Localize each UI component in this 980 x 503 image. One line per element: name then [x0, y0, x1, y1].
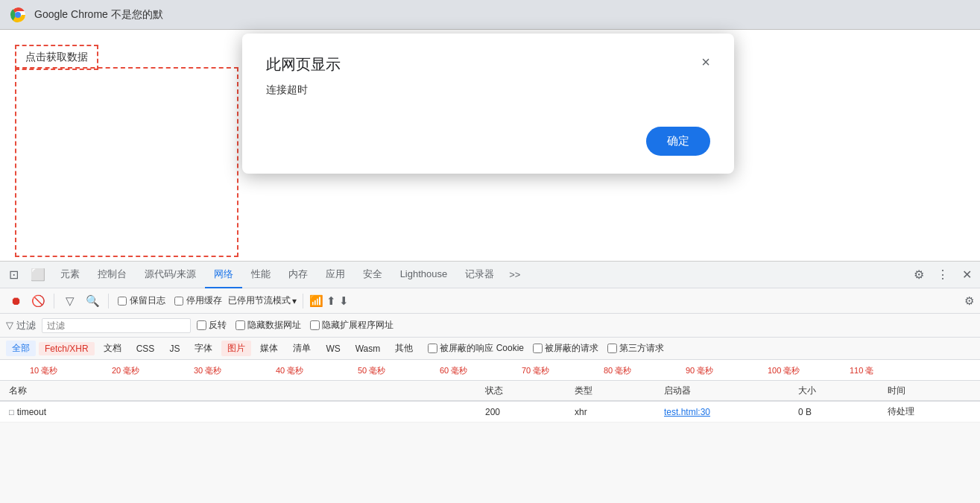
blocked-cookie-group: 被屏蔽的响应 Cookie	[428, 342, 524, 355]
blocked-cookie-checkbox[interactable]	[428, 344, 437, 353]
tab-performance[interactable]: 性能	[242, 262, 279, 288]
hide-extension-urls-label: 隐藏扩展程序网址	[322, 319, 393, 332]
disable-cache-label: 停用缓存	[186, 294, 222, 307]
page-content-area: 点击获取数据 此网页显示 × 连接超时 确定	[0, 30, 980, 261]
third-party-checkbox[interactable]	[607, 344, 617, 353]
tab-security[interactable]: 安全	[354, 262, 391, 288]
type-img-button[interactable]: 图片	[221, 341, 251, 356]
wifi-icon[interactable]: 📶	[309, 294, 323, 308]
timeline-marker-20ms: 20 毫秒	[112, 364, 139, 376]
tab-memory[interactable]: 内存	[279, 262, 317, 288]
th-time[interactable]: 时间	[885, 385, 974, 397]
clear-icon[interactable]: 🚫	[28, 291, 48, 311]
hide-data-urls-label: 隐藏数据网址	[247, 319, 301, 332]
disable-cache-checkbox[interactable]	[174, 297, 183, 306]
th-initiator[interactable]: 启动器	[661, 385, 795, 397]
filter-icon-area: ▽ 过滤	[6, 319, 36, 332]
type-wasm-button[interactable]: Wasm	[350, 342, 387, 355]
table-row[interactable]: □ timeout 200 xhr test.html:30 0 B 待处理	[0, 402, 980, 423]
row-status: 200	[482, 407, 572, 417]
dialog-title: 此网页显示	[266, 54, 341, 75]
timeline-marker-110ms: 110 毫	[850, 364, 873, 376]
tab-application[interactable]: 应用	[317, 262, 354, 288]
preserve-log-checkbox[interactable]	[118, 297, 127, 306]
filter-label: 过滤	[16, 319, 36, 332]
timeline-marker-30ms: 30 毫秒	[194, 364, 221, 376]
third-party-label: 第三方请求	[619, 342, 664, 355]
timeline-marker-50ms: 50 毫秒	[358, 364, 385, 376]
type-font-button[interactable]: 字体	[189, 341, 218, 356]
th-size[interactable]: 大小	[795, 385, 885, 397]
toolbar-divider-1	[54, 294, 54, 309]
blocked-requests-group: 被屏蔽的请求	[533, 342, 598, 355]
type-checkboxes: 被屏蔽的响应 Cookie 被屏蔽的请求 第三方请求	[428, 342, 664, 355]
row-time: 待处理	[885, 405, 974, 418]
invert-label: 反转	[209, 319, 227, 332]
network-toolbar: ⏺ 🚫 ▽ 🔍 保留日志 停用缓存 已停用节流模式 ▾ 📶 ⬆ ⬇ ⚙	[0, 288, 980, 314]
filter-input[interactable]	[42, 318, 191, 333]
row-initiator[interactable]: test.html:30	[661, 407, 795, 417]
tab-lighthouse[interactable]: Lighthouse	[391, 262, 457, 288]
type-manifest-button[interactable]: 清单	[287, 341, 317, 356]
tab-elements[interactable]: 元素	[51, 262, 89, 288]
type-all-button[interactable]: 全部	[6, 341, 36, 356]
download-icon[interactable]: ⬇	[339, 294, 349, 308]
devtools-right-icons: ⚙ ⋮ ✕	[908, 265, 977, 285]
third-party-group: 第三方请求	[607, 342, 664, 355]
devtools-more-icon[interactable]: ⋮	[932, 265, 953, 285]
timeline-marker-40ms: 40 毫秒	[276, 364, 303, 376]
browser-top-bar: Google Chrome 不是您的默	[0, 0, 980, 30]
network-settings-icon[interactable]: ⚙	[964, 294, 974, 308]
hide-data-urls-checkbox[interactable]	[235, 320, 245, 330]
type-ws-button[interactable]: WS	[320, 342, 346, 355]
blocked-requests-label: 被屏蔽的请求	[545, 342, 598, 355]
filter-icon[interactable]: ▽	[60, 291, 80, 311]
type-media-button[interactable]: 媒体	[254, 341, 284, 356]
upload-icon[interactable]: ⬆	[326, 294, 336, 308]
dialog-confirm-button[interactable]: 确定	[646, 127, 710, 156]
throttle-select[interactable]: 已停用节流模式 ▾	[228, 294, 297, 307]
alert-dialog: 此网页显示 × 连接超时 确定	[242, 34, 734, 174]
search-icon[interactable]: 🔍	[83, 291, 102, 311]
type-doc-button[interactable]: 文档	[98, 341, 127, 356]
blocked-requests-checkbox[interactable]	[533, 344, 543, 353]
throttle-chevron-icon: ▾	[292, 296, 297, 306]
devtools-tabs-bar: ⊡ ⬜ 元素 控制台 源代码/来源 网络 性能 内存 应用 安全 Lightho…	[0, 262, 980, 288]
type-js-button[interactable]: JS	[163, 342, 186, 355]
dialog-header: 此网页显示 ×	[266, 54, 710, 75]
invert-checkbox[interactable]	[197, 320, 206, 330]
tab-console[interactable]: 控制台	[89, 262, 136, 288]
preserve-log-label: 保留日志	[130, 294, 165, 307]
tab-network[interactable]: 网络	[205, 262, 242, 288]
tab-sources[interactable]: 源代码/来源	[136, 262, 205, 288]
toolbar-divider-2	[108, 294, 109, 309]
type-css-button[interactable]: CSS	[130, 342, 161, 355]
type-other-button[interactable]: 其他	[389, 341, 419, 356]
file-icon: □	[9, 408, 14, 417]
tab-recorder[interactable]: 记录器	[456, 262, 503, 288]
toolbar-divider-3	[303, 294, 303, 309]
th-name[interactable]: 名称	[6, 385, 482, 397]
dialog-message: 连接超时	[266, 83, 710, 97]
th-status[interactable]: 状态	[482, 385, 572, 397]
hide-extension-urls-group: 隐藏扩展程序网址	[310, 319, 393, 332]
filter-bar: ▽ 过滤 反转 隐藏数据网址 隐藏扩展程序网址	[0, 314, 980, 338]
browser-warning-text: Google Chrome 不是您的默	[34, 8, 163, 22]
hide-data-urls-group: 隐藏数据网址	[235, 319, 301, 332]
type-fetch-xhr-button[interactable]: Fetch/XHR	[39, 342, 95, 355]
chrome-logo-icon	[9, 6, 27, 24]
filter-checkboxes: 反转 隐藏数据网址 隐藏扩展程序网址	[197, 319, 393, 332]
hide-extension-urls-checkbox[interactable]	[310, 320, 320, 330]
record-stop-icon[interactable]: ⏺	[6, 291, 25, 311]
devtools-close-icon[interactable]: ✕	[956, 265, 977, 285]
devtools-settings-icon[interactable]: ⚙	[908, 265, 929, 285]
row-size: 0 B	[795, 407, 885, 417]
network-table-header: 名称 状态 类型 启动器 大小 时间	[0, 381, 980, 402]
row-type: xhr	[572, 407, 661, 417]
more-tabs-button[interactable]: >>	[503, 269, 526, 280]
blocked-cookie-label: 被屏蔽的响应 Cookie	[440, 342, 524, 355]
th-type[interactable]: 类型	[572, 385, 661, 397]
dialog-close-button[interactable]: ×	[701, 54, 710, 69]
device-toolbar-icon[interactable]: ⬜	[25, 262, 51, 288]
inspect-element-icon[interactable]: ⊡	[3, 262, 25, 288]
